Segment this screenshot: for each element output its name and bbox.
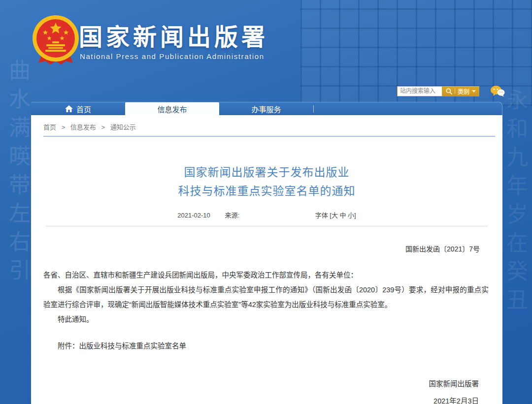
search-icon bbox=[446, 88, 452, 94]
search-divider bbox=[455, 88, 455, 94]
breadcrumb: 首页 > 信息发布 > 通知公示 bbox=[31, 115, 502, 131]
wechat-icon[interactable] bbox=[490, 85, 505, 97]
national-emblem-logo[interactable] bbox=[31, 14, 81, 66]
breadcrumb-notice[interactable]: 通知公示 bbox=[110, 124, 136, 131]
breadcrumb-separator: > bbox=[101, 124, 105, 131]
meta-divider bbox=[46, 226, 488, 226]
category-dropdown-label[interactable]: 类别 bbox=[458, 87, 469, 95]
attachment-line: 附件：出版业科技与标准重点实验室名单 bbox=[43, 339, 489, 353]
nav-item-label: 信息发布 bbox=[157, 104, 187, 114]
home-icon bbox=[65, 105, 73, 112]
content-panel: 首页 > 信息发布 > 通知公示 国家新闻出版署关于发布出版业 科技与标准重点实… bbox=[31, 115, 502, 404]
article-title-line2: 科技与标准重点实验室名单的通知 bbox=[31, 182, 502, 200]
site-search: 类别 bbox=[397, 86, 505, 96]
chevron-down-icon bbox=[472, 90, 476, 93]
font-size-controls[interactable]: 字体 [大 中 小] bbox=[315, 212, 356, 219]
source-label: 来源: bbox=[225, 212, 239, 219]
search-input[interactable] bbox=[397, 86, 442, 96]
article-title: 国家新闻出版署关于发布出版业 科技与标准重点实验室名单的通知 bbox=[31, 163, 502, 200]
article-title-line1: 国家新闻出版署关于发布出版业 bbox=[31, 163, 502, 182]
nav-item-services[interactable]: 办事服务 bbox=[219, 102, 313, 115]
page: 曲水满暎带左右引 永和九年岁在癸丑 国家新闻出版署 National Press… bbox=[0, 0, 532, 404]
signature-date: 2021年2月3日 bbox=[31, 395, 502, 404]
nav-item-label: 首页 bbox=[76, 104, 91, 114]
paragraph-main: 根据《国家新闻出版署关于开展出版业科技与标准重点实验室申报工作的通知》（国新出发… bbox=[43, 282, 489, 312]
article-body: 各省、自治区、直辖市和新疆生产建设兵团新闻出版局，中央军委政治工作部宣传局，各有… bbox=[43, 268, 489, 327]
breadcrumb-separator: > bbox=[62, 124, 66, 131]
nav-separator bbox=[313, 105, 314, 113]
main-nav: 首页 信息发布 办事服务 bbox=[31, 102, 502, 115]
search-button[interactable]: 类别 bbox=[442, 86, 479, 96]
site-title: 国家新闻出版署 bbox=[79, 18, 268, 52]
paragraph-recipients: 各省、自治区、直辖市和新疆生产建设兵团新闻出版局，中央军委政治工作部宣传局，各有… bbox=[43, 268, 489, 282]
calligraphy-watermark-left: 曲水满暎带左右引 bbox=[3, 59, 33, 404]
document-number: 国新出发函〔2021〕7号 bbox=[31, 244, 502, 253]
publish-date: 2021-02-10 bbox=[177, 212, 210, 219]
article-meta: 2021-02-10 来源: 字体 [大 中 小] bbox=[31, 210, 502, 219]
paragraph-closing: 特此通知。 bbox=[43, 312, 489, 327]
nav-item-home[interactable]: 首页 bbox=[31, 102, 125, 115]
nav-item-label: 办事服务 bbox=[251, 104, 281, 114]
breadcrumb-info-release[interactable]: 信息发布 bbox=[70, 124, 96, 131]
nav-item-info-release[interactable]: 信息发布 bbox=[125, 102, 219, 115]
site-subtitle: National Press and Publication Administr… bbox=[80, 52, 265, 61]
signature-agency: 国家新闻出版署 bbox=[31, 378, 502, 388]
breadcrumb-divider bbox=[43, 136, 495, 137]
breadcrumb-home[interactable]: 首页 bbox=[43, 124, 56, 131]
calligraphy-watermark-right: 永和九年岁在癸丑 bbox=[500, 89, 530, 404]
